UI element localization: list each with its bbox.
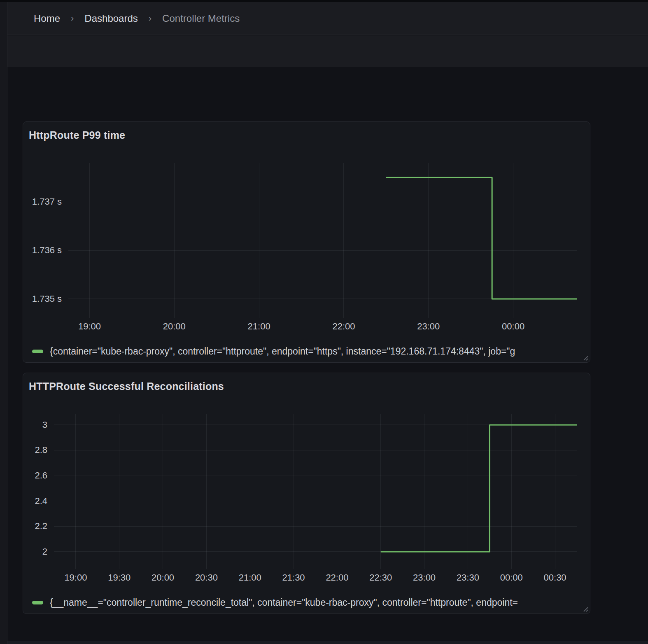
time-series-chart[interactable]: 19:0019:3020:0020:3021:0021:3022:0022:30… [23, 373, 590, 614]
breadcrumb: Home › Dashboards › Controller Metrics [34, 13, 240, 24]
panel-title[interactable]: HTTPRoute Successful Reconciliations [29, 380, 224, 392]
window-bottom-edge [7, 641, 648, 644]
series-line [386, 177, 577, 299]
panel-resize-handle[interactable] [583, 355, 589, 361]
legend-series-label[interactable]: {__name__="controller_runtime_reconcile_… [50, 597, 518, 608]
legend-row: {__name__="controller_runtime_reconcile_… [32, 597, 587, 608]
panel-resize-handle[interactable] [583, 606, 589, 612]
time-series-chart[interactable]: 19:0020:0021:0022:0023:0000:001.735 s1.7… [23, 122, 590, 362]
legend-series-label[interactable]: {container="kube-rbac-proxy", controller… [50, 346, 515, 357]
panel-httproute-p99-time: HttpRoute P99 time 19:0020:0021:0022:002… [23, 121, 590, 363]
breadcrumb-current-page: Controller Metrics [162, 13, 240, 24]
app-header: Home › Dashboards › Controller Metrics [7, 2, 648, 35]
legend-series-swatch [32, 350, 43, 353]
legend-series-swatch [32, 601, 43, 604]
breadcrumb-home-link[interactable]: Home [34, 13, 60, 24]
panel-httproute-successful-reconciliations: HTTPRoute Successful Reconciliations 19:… [23, 373, 590, 614]
chart-plot-area [23, 122, 590, 362]
breadcrumb-dashboards-link[interactable]: Dashboards [84, 13, 138, 24]
collapsed-sidebar-rail[interactable] [0, 2, 7, 644]
panel-title[interactable]: HttpRoute P99 time [29, 129, 125, 141]
chart-plot-area [23, 373, 590, 614]
chevron-right-icon: › [71, 13, 74, 24]
dashboard-toolbar [7, 35, 648, 67]
chevron-right-icon: › [149, 13, 152, 24]
legend-row: {container="kube-rbac-proxy", controller… [32, 346, 587, 357]
series-line [381, 425, 577, 552]
